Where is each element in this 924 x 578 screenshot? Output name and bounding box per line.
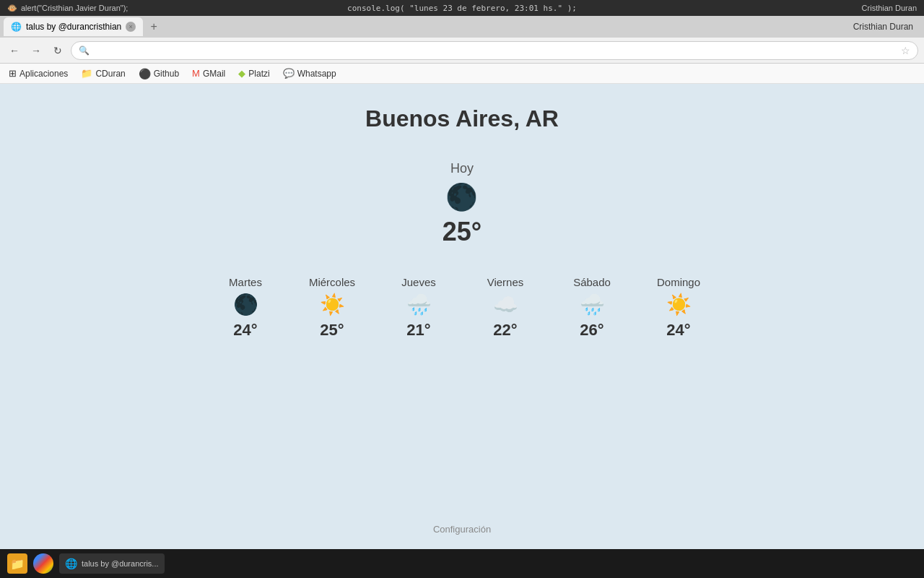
forecast-weather-icon: 🌑 bbox=[233, 293, 258, 316]
tab-title: talus by @durancristhian bbox=[26, 22, 121, 32]
bookmark-cduran[interactable]: 📁 CDuran bbox=[78, 66, 128, 80]
main-content: Buenos Aires, AR Hoy 🌑 25° Martes 🌑 24° … bbox=[0, 84, 924, 549]
forecast-day-name: Martes bbox=[229, 276, 262, 288]
taskbar-files-icon[interactable]: 📁 bbox=[7, 553, 27, 574]
search-icon: 🔍 bbox=[79, 46, 90, 56]
forecast-weather-icon: ☀️ bbox=[320, 293, 345, 316]
refresh-button[interactable]: ↻ bbox=[49, 42, 66, 59]
city-title: Buenos Aires, AR bbox=[365, 105, 559, 132]
forecast-weather-icon: ☀️ bbox=[666, 293, 692, 316]
new-tab-button[interactable]: + bbox=[144, 17, 163, 36]
tab-close-button[interactable]: × bbox=[126, 22, 136, 32]
forecast-day-item: Viernes ☁️ 22° bbox=[476, 276, 534, 340]
github-icon: ⚫ bbox=[139, 68, 151, 79]
taskbar-tab-label: talus by @durancris... bbox=[82, 559, 159, 568]
forecast-day-name: Viernes bbox=[487, 276, 524, 288]
bookmark-star-icon[interactable]: ☆ bbox=[901, 45, 910, 56]
bookmark-github[interactable]: ⚫ Github bbox=[136, 66, 182, 81]
forecast-temperature: 24° bbox=[666, 321, 690, 340]
bookmark-platzi-label: Platzi bbox=[248, 69, 269, 79]
top-bar-left: 🐵 alert("Cristhian Javier Duran"); bbox=[7, 4, 128, 13]
top-bar-right-text: Cristhian Duran bbox=[862, 4, 917, 12]
monkey-icon: 🐵 bbox=[7, 4, 17, 13]
forecast-weather-icon: 🌧️ bbox=[580, 293, 605, 316]
today-label: Hoy bbox=[450, 161, 474, 176]
forecast-day-name: Domingo bbox=[657, 276, 700, 288]
forecast-weather-icon: ☁️ bbox=[493, 293, 518, 316]
apps-icon: ⊞ bbox=[9, 68, 17, 79]
forward-button[interactable]: → bbox=[27, 42, 45, 59]
gmail-icon: M bbox=[192, 68, 200, 79]
forecast-day-item: Domingo ☀️ 24° bbox=[650, 276, 707, 340]
whatsapp-icon: 💬 bbox=[283, 68, 295, 79]
bookmark-whatsapp[interactable]: 💬 Whatsapp bbox=[280, 66, 339, 80]
browser-tab[interactable]: 🌐 talus by @durancristhian × bbox=[4, 17, 143, 36]
address-bar[interactable]: 🔍 ☆ bbox=[71, 41, 918, 60]
forecast-temperature: 24° bbox=[233, 321, 257, 340]
tab-favicon: 🌐 bbox=[11, 22, 22, 32]
forecast-temperature: 22° bbox=[493, 321, 517, 340]
forecast-weather-icon: 🌧️ bbox=[406, 293, 432, 316]
url-input[interactable] bbox=[94, 46, 897, 56]
forecast-day-name: Miércoles bbox=[309, 276, 355, 288]
user-info: Cristhian Duran bbox=[846, 22, 920, 32]
forecast-temperature: 21° bbox=[406, 321, 430, 340]
bookmarks-bar: ⊞ Aplicaciones 📁 CDuran ⚫ Github M GMail… bbox=[0, 64, 924, 84]
bookmark-gmail[interactable]: M GMail bbox=[189, 66, 228, 80]
bookmark-gmail-label: GMail bbox=[203, 69, 225, 79]
back-button[interactable]: ← bbox=[6, 42, 23, 59]
forecast-row: Martes 🌑 24° Miércoles ☀️ 25° Jueves 🌧️ … bbox=[217, 276, 707, 340]
taskbar-tab-icon: 🌐 bbox=[65, 558, 77, 569]
forecast-day-item: Sábado 🌧️ 26° bbox=[563, 276, 621, 340]
bookmark-aplicaciones[interactable]: ⊞ Aplicaciones bbox=[6, 66, 71, 80]
bookmark-cduran-label: CDuran bbox=[95, 69, 125, 79]
taskbar-tab[interactable]: 🌐 talus by @durancris... bbox=[59, 553, 165, 574]
bookmark-github-label: Github bbox=[154, 69, 179, 79]
top-bar-center-text: console.log( "lunes 23 de febrero, 23:01… bbox=[347, 4, 577, 13]
top-bar-left-text: alert("Cristhian Javier Duran"); bbox=[21, 4, 128, 12]
bookmark-aplicaciones-label: Aplicaciones bbox=[19, 69, 68, 79]
today-weather-icon: 🌑 bbox=[445, 182, 478, 212]
taskbar: 📁 🌐 talus by @durancris... bbox=[0, 549, 924, 578]
forecast-day-name: Sábado bbox=[573, 276, 611, 288]
taskbar-chrome-icon[interactable] bbox=[33, 553, 53, 574]
forecast-temperature: 26° bbox=[580, 321, 603, 340]
nav-bar: ← → ↻ 🔍 ☆ bbox=[0, 38, 924, 64]
tab-bar: 🌐 talus by @durancristhian × + Cristhian… bbox=[0, 16, 924, 38]
forecast-day-name: Jueves bbox=[401, 276, 436, 288]
top-bar: 🐵 alert("Cristhian Javier Duran"); conso… bbox=[0, 0, 924, 16]
forecast-temperature: 25° bbox=[320, 321, 344, 340]
today-temperature: 25° bbox=[443, 217, 481, 247]
bookmark-platzi[interactable]: ◆ Platzi bbox=[235, 66, 272, 80]
forecast-day-item: Martes 🌑 24° bbox=[217, 276, 274, 340]
folder-icon: 📁 bbox=[81, 68, 92, 79]
forecast-day-item: Miércoles ☀️ 25° bbox=[303, 276, 361, 340]
platzi-icon: ◆ bbox=[238, 68, 245, 79]
today-section: Hoy 🌑 25° bbox=[443, 161, 481, 247]
bookmark-whatsapp-label: Whatsapp bbox=[297, 69, 336, 79]
config-link[interactable]: Configuración bbox=[433, 524, 491, 535]
forecast-day-item: Jueves 🌧️ 21° bbox=[390, 276, 448, 340]
